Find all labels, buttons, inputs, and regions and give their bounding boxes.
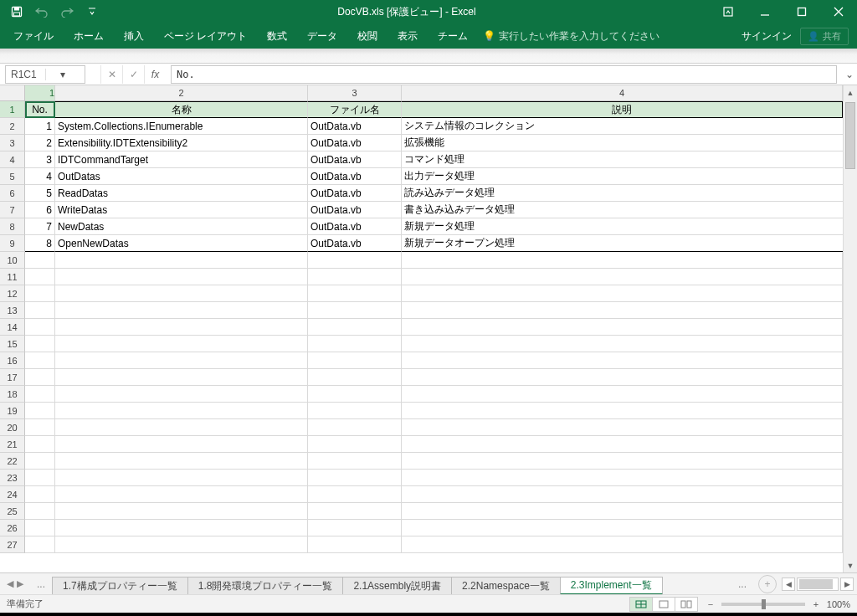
cell-no[interactable]: 4 xyxy=(25,168,55,185)
cell-name[interactable]: OutDatas xyxy=(55,168,308,185)
cell[interactable] xyxy=(25,453,55,470)
cell-file[interactable]: OutData.vb xyxy=(308,202,402,218)
row-header[interactable]: 5 xyxy=(0,168,25,185)
header-name[interactable]: 名称 xyxy=(55,101,308,118)
cell[interactable] xyxy=(402,436,843,453)
cell-no[interactable]: 1 xyxy=(25,118,55,135)
row-header[interactable]: 23 xyxy=(0,470,25,486)
cell[interactable] xyxy=(55,503,308,520)
tab-pagelayout[interactable]: ページ レイアウト xyxy=(154,23,257,49)
hscroll-left[interactable]: ◀ xyxy=(782,578,795,591)
row-header[interactable]: 7 xyxy=(0,202,25,218)
tab-review[interactable]: 校閲 xyxy=(347,23,387,49)
name-box[interactable]: R1C1 ▾ xyxy=(5,65,85,84)
close-button[interactable] xyxy=(820,0,857,23)
sign-in-link[interactable]: サインイン xyxy=(742,29,792,44)
scroll-down-button[interactable]: ▼ xyxy=(844,558,857,572)
cell[interactable] xyxy=(25,419,55,436)
maximize-button[interactable] xyxy=(783,0,820,23)
insert-function-button[interactable]: fx xyxy=(144,65,166,84)
sheet-tab[interactable]: 2.1Assembly説明書 xyxy=(342,577,452,595)
cell[interactable] xyxy=(25,536,55,553)
name-box-dropdown[interactable]: ▾ xyxy=(45,69,80,80)
col-header-2[interactable]: 2 xyxy=(55,85,308,100)
cell-name[interactable]: OpenNewDatas xyxy=(55,235,308,252)
zoom-value[interactable]: 100% xyxy=(827,599,850,609)
row-header[interactable]: 25 xyxy=(0,503,25,520)
cell[interactable] xyxy=(402,369,843,386)
row-header[interactable]: 12 xyxy=(0,285,25,302)
row-header[interactable]: 18 xyxy=(0,386,25,403)
hscroll-thumb[interactable] xyxy=(799,579,833,589)
grid[interactable]: 1 2 3 4 1 No. 名称 ファイル名 説明 2 1 System.Col… xyxy=(0,85,843,572)
row-header[interactable]: 2 xyxy=(0,118,25,135)
cell[interactable] xyxy=(55,453,308,470)
new-sheet-button[interactable]: + xyxy=(758,575,777,593)
cell[interactable] xyxy=(25,302,55,319)
header-no[interactable]: No. xyxy=(25,101,55,118)
cell[interactable] xyxy=(308,520,402,536)
cell-file[interactable]: OutData.vb xyxy=(308,185,402,202)
tab-insert[interactable]: 挿入 xyxy=(114,23,154,49)
row-header[interactable]: 14 xyxy=(0,319,25,336)
cell[interactable] xyxy=(25,503,55,520)
cell[interactable] xyxy=(402,453,843,470)
cell[interactable] xyxy=(308,386,402,403)
scroll-thumb[interactable] xyxy=(845,102,855,169)
cell-desc[interactable]: 拡張機能 xyxy=(402,135,843,151)
cell-desc[interactable]: 出力データ処理 xyxy=(402,168,843,185)
cell[interactable] xyxy=(55,436,308,453)
cell[interactable] xyxy=(55,285,308,302)
cell[interactable] xyxy=(25,336,55,352)
row-header[interactable]: 27 xyxy=(0,536,25,553)
cell[interactable] xyxy=(402,470,843,486)
save-button[interactable] xyxy=(5,1,28,23)
cell[interactable] xyxy=(308,486,402,503)
col-header-3[interactable]: 3 xyxy=(308,85,402,100)
cell-file[interactable]: OutData.vb xyxy=(308,135,402,151)
cell[interactable] xyxy=(308,436,402,453)
cell-no[interactable]: 3 xyxy=(25,151,55,168)
cell[interactable] xyxy=(402,269,843,285)
cell[interactable] xyxy=(55,319,308,336)
cell[interactable] xyxy=(25,520,55,536)
cell[interactable] xyxy=(308,403,402,419)
hscroll-right[interactable]: ▶ xyxy=(840,578,854,591)
row-header[interactable]: 9 xyxy=(0,235,25,252)
cell[interactable] xyxy=(55,486,308,503)
vertical-scrollbar[interactable]: ▲ ▼ xyxy=(843,85,857,572)
cell-no[interactable]: 7 xyxy=(25,218,55,235)
redo-button[interactable] xyxy=(55,1,79,23)
cell-no[interactable]: 8 xyxy=(25,235,55,252)
cell[interactable] xyxy=(308,536,402,553)
row-header[interactable]: 22 xyxy=(0,453,25,470)
tab-formulas[interactable]: 数式 xyxy=(257,23,297,49)
col-header-4[interactable]: 4 xyxy=(402,85,843,100)
row-header[interactable]: 17 xyxy=(0,369,25,386)
cell[interactable] xyxy=(402,536,843,553)
cell-name[interactable]: IDTCommandTarget xyxy=(55,151,308,168)
cell-desc[interactable]: システム情報のコレクション xyxy=(402,118,843,135)
row-header[interactable]: 21 xyxy=(0,436,25,453)
cell[interactable] xyxy=(55,386,308,403)
ribbon-options-button[interactable] xyxy=(710,0,747,23)
zoom-knob[interactable] xyxy=(762,599,766,609)
cell[interactable] xyxy=(25,352,55,369)
cell[interactable] xyxy=(25,252,55,269)
row-header[interactable]: 16 xyxy=(0,352,25,369)
cell[interactable] xyxy=(308,336,402,352)
cell[interactable] xyxy=(402,486,843,503)
cell-desc[interactable]: 読み込みデータ処理 xyxy=(402,185,843,202)
zoom-out-button[interactable]: − xyxy=(705,599,716,609)
tab-file[interactable]: ファイル xyxy=(3,23,64,49)
row-header[interactable]: 15 xyxy=(0,336,25,352)
tab-view[interactable]: 表示 xyxy=(387,23,428,49)
cell[interactable] xyxy=(55,470,308,486)
cell[interactable] xyxy=(55,419,308,436)
cell[interactable] xyxy=(308,369,402,386)
row-header[interactable]: 10 xyxy=(0,252,25,269)
pagelayout-view-button[interactable] xyxy=(652,597,675,612)
cell[interactable] xyxy=(402,403,843,419)
cell[interactable] xyxy=(308,503,402,520)
cell-file[interactable]: OutData.vb xyxy=(308,118,402,135)
